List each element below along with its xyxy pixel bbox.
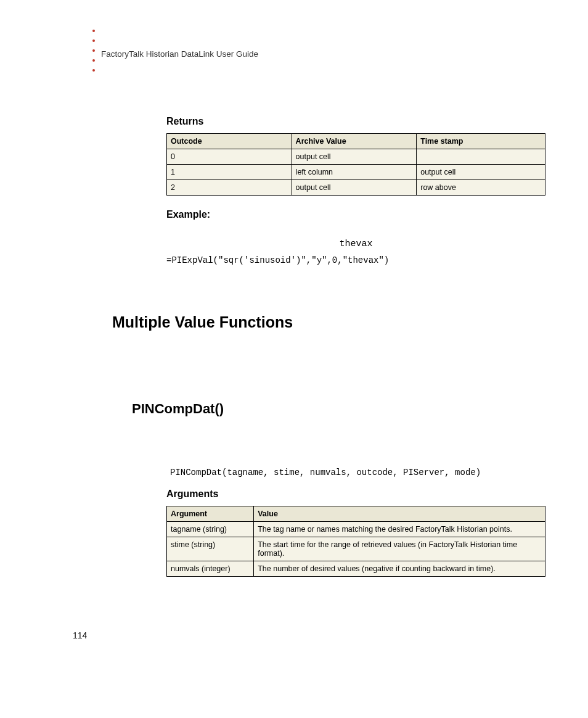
- cell: row above: [417, 180, 545, 196]
- cell: output cell: [417, 165, 545, 180]
- table-row: 0 output cell: [167, 149, 545, 165]
- content-block-2: PINCompDat(tagname, stime, numvals, outc…: [166, 449, 545, 590]
- example-code-center: thevax: [166, 239, 545, 249]
- cell: output cell: [292, 180, 417, 196]
- returns-table: Outcode Archive Value Time stamp 0 outpu…: [166, 133, 545, 196]
- cell: The start time for the range of retrieve…: [254, 537, 545, 561]
- decorative-dots: [92, 30, 95, 72]
- cell: output cell: [292, 149, 417, 165]
- arguments-heading: Arguments: [166, 489, 545, 500]
- page-number: 114: [73, 630, 87, 640]
- table-row: tagname (string) The tag name or names m…: [167, 522, 545, 537]
- table-row: 2 output cell row above: [167, 180, 545, 196]
- returns-heading: Returns: [166, 116, 545, 127]
- arguments-table: Argument Value tagname (string) The tag …: [166, 506, 545, 577]
- cell: stime (string): [167, 537, 254, 561]
- section-heading-pincompdat: PINCompDat(): [132, 401, 224, 417]
- table-row: numvals (integer) The number of desired …: [167, 561, 545, 577]
- returns-th-archive: Archive Value: [292, 134, 417, 149]
- cell: The number of desired values (negative i…: [254, 561, 545, 577]
- returns-th-timestamp: Time stamp: [417, 134, 545, 149]
- args-th-argument: Argument: [167, 506, 254, 522]
- args-th-value: Value: [254, 506, 545, 522]
- example-code-line: =PIExpVal("sqr('sinusoid')","y",0,"theva…: [166, 255, 545, 265]
- table-row: 1 left column output cell: [167, 165, 545, 180]
- content-block-1: Returns Outcode Archive Value Time stamp…: [166, 116, 545, 290]
- cell: 1: [167, 165, 292, 180]
- cell: [417, 149, 545, 165]
- example-heading: Example:: [166, 209, 545, 220]
- cell: numvals (integer): [167, 561, 254, 577]
- cell: left column: [292, 165, 417, 180]
- running-header: FactoryTalk Historian DataLink User Guid…: [101, 49, 258, 59]
- table-row: stime (string) The start time for the ra…: [167, 537, 545, 561]
- cell: The tag name or names matching the desir…: [254, 522, 545, 537]
- section-heading-multiple-value: Multiple Value Functions: [112, 313, 293, 331]
- cell: 0: [167, 149, 292, 165]
- function-signature: PINCompDat(tagname, stime, numvals, outc…: [170, 468, 545, 477]
- cell: 2: [167, 180, 292, 196]
- returns-th-outcode: Outcode: [167, 134, 292, 149]
- cell: tagname (string): [167, 522, 254, 537]
